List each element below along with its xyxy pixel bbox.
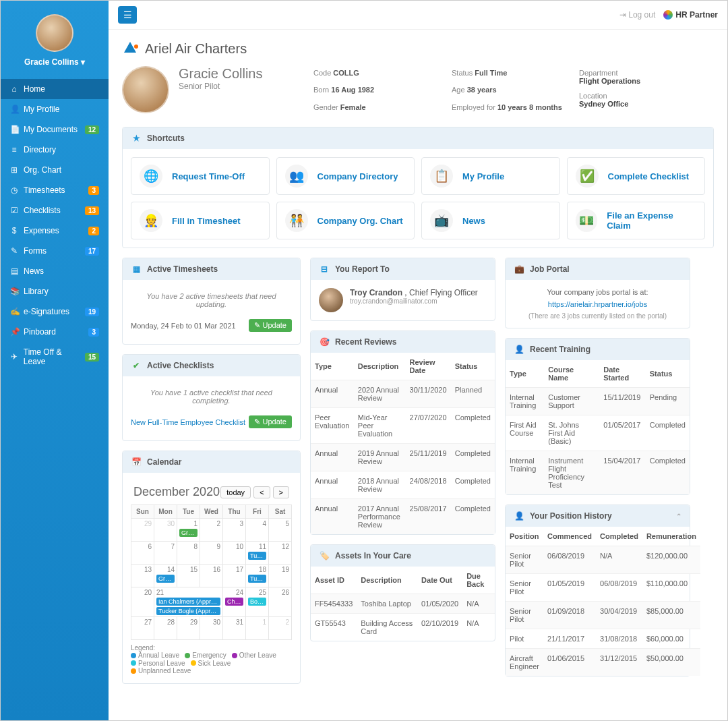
nav-badge: 13 <box>85 206 99 215</box>
hierarchy-icon: ⊟ <box>319 264 330 275</box>
table-row[interactable]: Annual2019 Annual Review25/11/2019Comple… <box>311 444 495 471</box>
table-row[interactable]: Peer EvaluationMid-Year Peer Evaluation2… <box>311 408 495 444</box>
sidebar-item-expenses[interactable]: $Expenses2 <box>1 221 109 241</box>
table-row[interactable]: Senior Pilot06/08/2019N/A$120,000.00 <box>506 546 700 574</box>
sidebar-item-my-profile[interactable]: 👤My Profile <box>1 99 109 119</box>
user-history-icon: 👤 <box>514 511 524 521</box>
checklist-update-button[interactable]: ✎ Update <box>249 415 292 428</box>
logout-link[interactable]: ⇥ Log out <box>619 10 655 20</box>
table-row[interactable]: Annual2017 Annual Performance Review25/0… <box>311 499 495 535</box>
profile-dept-loc: Department Flight Operations Location Sy… <box>579 66 714 115</box>
shortcut-company-org-chart[interactable]: 🧑‍🤝‍🧑Company Org. Chart <box>276 202 415 239</box>
shortcut-icon: 💵 <box>576 209 598 232</box>
nav-icon: ✍ <box>10 307 18 316</box>
calendar-prev-button[interactable]: < <box>253 486 270 498</box>
table-row[interactable]: FF5454333Toshiba Laptop01/05/2020N/A <box>311 594 495 614</box>
sidebar: Gracie Collins ▾ ⌂Home👤My Profile📄My Doc… <box>1 1 109 720</box>
user-avatar[interactable] <box>36 14 73 52</box>
recent-reviews-panel: 🎯Recent Reviews TypeDescriptionReview Da… <box>310 330 495 535</box>
user-name-dropdown[interactable]: Gracie Collins ▾ <box>1 57 109 67</box>
manager-email[interactable]: troy.crandon@mailinator.com <box>350 297 478 305</box>
sidebar-item-directory[interactable]: ≡Directory <box>1 140 109 160</box>
table-row[interactable]: First Aid CourseSt. Johns First Aid (Bas… <box>506 415 690 451</box>
calendar-month: December 2020 <box>133 485 220 499</box>
table-row[interactable]: GT55543Building Access Card02/10/2019N/A <box>311 614 495 641</box>
sidebar-item-library[interactable]: 📚Library <box>1 281 109 301</box>
table-row[interactable]: Senior Pilot01/05/201906/08/2019$110,000… <box>506 574 700 602</box>
company-name: Ariel Air Charters <box>145 41 247 57</box>
table-row[interactable]: Pilot21/11/201731/08/2018$60,000.00 <box>506 629 700 649</box>
timesheet-update-button[interactable]: ✎ Update <box>249 319 292 332</box>
nav-badge: 3 <box>88 186 99 195</box>
sidebar-item-news[interactable]: ▤News <box>1 261 109 281</box>
recent-training-panel: 👤Recent Training TypeCourse NameDate Sta… <box>505 338 690 495</box>
shortcut-complete-checklist[interactable]: ✅Complete Checklist <box>567 157 706 195</box>
target-icon: 🎯 <box>319 337 330 347</box>
table-row[interactable]: Senior Pilot01/09/201830/04/2019$85,000.… <box>506 602 700 629</box>
shortcut-fill-in-timesheet[interactable]: 👷Fill in Timesheet <box>131 202 270 239</box>
profile-avatar <box>122 66 169 113</box>
shortcut-icon: 🧑‍🤝‍🧑 <box>285 209 308 232</box>
calendar-panel: 📅Calendar December 2020 today < > <box>122 451 301 684</box>
position-history-table: PositionCommencedCompletedRemunerationSe… <box>506 527 700 676</box>
shortcut-icon: 📺 <box>430 209 453 232</box>
sidebar-item-e-signatures[interactable]: ✍e-Signatures19 <box>1 301 109 322</box>
shortcut-news[interactable]: 📺News <box>421 202 560 239</box>
nav-icon: 📄 <box>10 125 18 134</box>
shortcut-my-profile[interactable]: 📋My Profile <box>421 157 560 195</box>
shortcut-request-time-off[interactable]: 🌐Request Time-Off <box>131 157 270 195</box>
table-row[interactable]: Internal TrainingCustomer Support15/11/2… <box>506 388 690 415</box>
star-icon: ★ <box>131 133 142 144</box>
job-portal-link[interactable]: https://arielair.hrpartner.io/jobs <box>548 300 647 308</box>
collapse-icon[interactable]: ⌃ <box>676 513 681 520</box>
calendar-legend: Legend: Annual LeaveEmergencyOther Leave… <box>131 644 292 675</box>
shortcut-icon: ✅ <box>576 165 599 188</box>
shortcut-icon: 🌐 <box>140 165 162 188</box>
nav-icon: ◷ <box>10 185 18 195</box>
calendar-next-button[interactable]: > <box>273 486 289 498</box>
nav-badge: 3 <box>88 328 99 337</box>
position-history-panel: 👤Your Position History⌃ PositionCommence… <box>505 504 690 676</box>
nav-icon: ✈ <box>10 352 18 362</box>
table-row[interactable]: Internal TrainingInstrument Flight Profi… <box>506 451 690 495</box>
menu-toggle-button[interactable]: ☰ <box>118 6 137 24</box>
shortcut-icon: 📋 <box>430 165 453 188</box>
sidebar-item-timesheets[interactable]: ◷Timesheets3 <box>1 180 109 200</box>
nav-icon: 📌 <box>10 327 18 337</box>
report-to-panel: ⊟You Report To Troy Crandon , Chief Flyi… <box>310 258 495 321</box>
nav-icon: ▤ <box>10 266 18 276</box>
briefcase-icon: 💼 <box>514 264 524 275</box>
nav-icon: ≡ <box>10 145 18 154</box>
assets-table: Asset IDDescriptionDate OutDue BackFF545… <box>311 567 495 641</box>
active-checklists-panel: ✔Active Checklists You have 1 active che… <box>122 354 301 441</box>
sidebar-item-time-off-leave[interactable]: ✈Time Off & Leave15 <box>1 342 109 372</box>
sidebar-item-home[interactable]: ⌂Home <box>1 79 109 99</box>
shortcut-company-directory[interactable]: 👥Company Directory <box>276 157 415 195</box>
table-row[interactable]: Annual2018 Annual Review24/08/2018Comple… <box>311 471 495 499</box>
shortcut-icon: 👷 <box>140 209 162 232</box>
profile-title: Senior Pilot <box>179 82 262 91</box>
reviews-table: TypeDescriptionReview DateStatusAnnual20… <box>311 353 495 534</box>
person-icon: 👤 <box>514 344 524 355</box>
sidebar-item-checklists[interactable]: ☑Checklists13 <box>1 200 109 221</box>
sidebar-item-my-documents[interactable]: 📄My Documents12 <box>1 119 109 140</box>
shortcut-icon: 👥 <box>285 165 308 188</box>
table-row[interactable]: Aircraft Engineer01/06/201531/12/2015$50… <box>506 649 700 676</box>
training-table: TypeCourse NameDate StartedStatusInterna… <box>506 360 690 494</box>
shortcut-file-an-expense-claim[interactable]: 💵File an Expense Claim <box>567 202 706 239</box>
nav-icon: ☑ <box>10 206 18 215</box>
nav-list: ⌂Home👤My Profile📄My Documents12≡Director… <box>1 79 109 372</box>
timesheet-range: Monday, 24 Feb to 01 Mar 2021 <box>131 322 236 330</box>
brand-logo[interactable]: HR Partner <box>663 10 718 20</box>
sidebar-item-pinboard[interactable]: 📌Pinboard3 <box>1 322 109 342</box>
sidebar-item-org-chart[interactable]: ⊞Org. Chart <box>1 160 109 180</box>
calendar-grid[interactable]: SunMonTueWedThuFriSat 29301Gracie C2345 … <box>131 504 292 640</box>
manager-avatar <box>319 288 343 312</box>
sidebar-item-forms[interactable]: ✎Forms17 <box>1 241 109 261</box>
nav-badge: 15 <box>85 353 99 362</box>
asset-icon: 🏷️ <box>319 550 330 561</box>
table-row[interactable]: Annual2020 Annual Review30/11/2020Planne… <box>311 380 495 408</box>
checklist-link[interactable]: New Full-Time Employee Checklist <box>131 418 245 426</box>
calendar-today-button[interactable]: today <box>220 486 251 498</box>
profile-name: Gracie Collins <box>179 66 262 82</box>
